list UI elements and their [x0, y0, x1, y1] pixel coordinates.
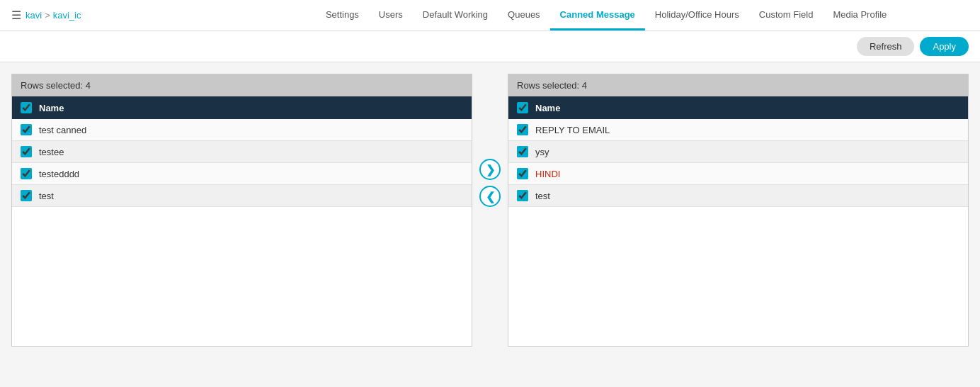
- table-row: REPLY TO EMAIL: [508, 119, 968, 141]
- refresh-button[interactable]: Refresh: [857, 37, 915, 56]
- row-checkbox[interactable]: [517, 146, 528, 157]
- transfer-buttons: ❯ ❮: [472, 159, 508, 207]
- left-panel-name-col: Name: [39, 103, 64, 113]
- row-checkbox[interactable]: [517, 190, 528, 201]
- row-name: testedddd: [39, 169, 79, 179]
- left-panel-body: test cannedtesteetesteddddtest: [12, 119, 472, 346]
- row-checkbox[interactable]: [21, 190, 32, 201]
- row-name: HINDI: [535, 169, 560, 179]
- tab-settings[interactable]: Settings: [316, 0, 369, 30]
- nav-tabs: SettingsUsersDefault WorkingQueuesCanned…: [316, 0, 896, 30]
- header: ☰ kavi > kavi_ic SettingsUsersDefault Wo…: [0, 0, 980, 31]
- tab-media-profile[interactable]: Media Profile: [823, 0, 896, 30]
- left-panel-rows-selected: Rows selected: 4: [12, 74, 472, 96]
- transfer-left-button[interactable]: ❮: [479, 186, 501, 207]
- table-row: test canned: [12, 119, 472, 141]
- table-row: test: [508, 185, 968, 207]
- right-panel-rows-selected: Rows selected: 4: [508, 74, 968, 96]
- right-panel-body: REPLY TO EMAILysyHINDItest: [508, 119, 968, 346]
- tab-default-working[interactable]: Default Working: [413, 0, 498, 30]
- tab-canned-message[interactable]: Canned Message: [550, 0, 645, 30]
- toolbar: Refresh Apply: [0, 31, 980, 62]
- right-panel: Rows selected: 4 Name REPLY TO EMAILysyH…: [508, 74, 969, 347]
- transfer-right-button[interactable]: ❯: [479, 159, 501, 180]
- tab-users[interactable]: Users: [369, 0, 413, 30]
- row-checkbox[interactable]: [21, 168, 32, 179]
- table-row: testee: [12, 141, 472, 163]
- right-panel-select-all-checkbox[interactable]: [517, 102, 528, 113]
- row-name: test canned: [39, 125, 86, 135]
- breadcrumb: kavi > kavi_ic: [25, 10, 81, 21]
- tab-custom-field[interactable]: Custom Field: [749, 0, 824, 30]
- hamburger-icon[interactable]: ☰: [11, 9, 21, 22]
- left-panel: Rows selected: 4 Name test cannedtesteet…: [11, 74, 472, 347]
- row-name: test: [535, 191, 550, 201]
- row-name: ysy: [535, 147, 549, 157]
- right-panel-header: Name: [508, 96, 968, 119]
- table-row: HINDI: [508, 163, 968, 185]
- row-checkbox[interactable]: [517, 168, 528, 179]
- table-row: test: [12, 185, 472, 207]
- row-checkbox[interactable]: [21, 124, 32, 135]
- tab-queues[interactable]: Queues: [498, 0, 550, 30]
- main-content: Rows selected: 4 Name test cannedtesteet…: [0, 62, 980, 358]
- row-name: testee: [39, 147, 64, 157]
- right-panel-name-col: Name: [535, 103, 560, 113]
- left-panel-select-all-checkbox[interactable]: [21, 102, 32, 113]
- apply-button[interactable]: Apply: [920, 37, 969, 56]
- table-row: ysy: [508, 141, 968, 163]
- row-name: REPLY TO EMAIL: [535, 125, 610, 135]
- breadcrumb-kavi[interactable]: kavi: [25, 10, 42, 21]
- left-panel-header: Name: [12, 96, 472, 119]
- table-row: testedddd: [12, 163, 472, 185]
- row-checkbox[interactable]: [21, 146, 32, 157]
- row-name: test: [39, 191, 54, 201]
- row-checkbox[interactable]: [517, 124, 528, 135]
- tab-holiday-office-hours[interactable]: Holiday/Office Hours: [645, 0, 749, 30]
- header-left: ☰ kavi > kavi_ic: [11, 9, 81, 22]
- breadcrumb-kavi-ic[interactable]: kavi_ic: [53, 10, 81, 21]
- breadcrumb-separator: >: [45, 10, 50, 21]
